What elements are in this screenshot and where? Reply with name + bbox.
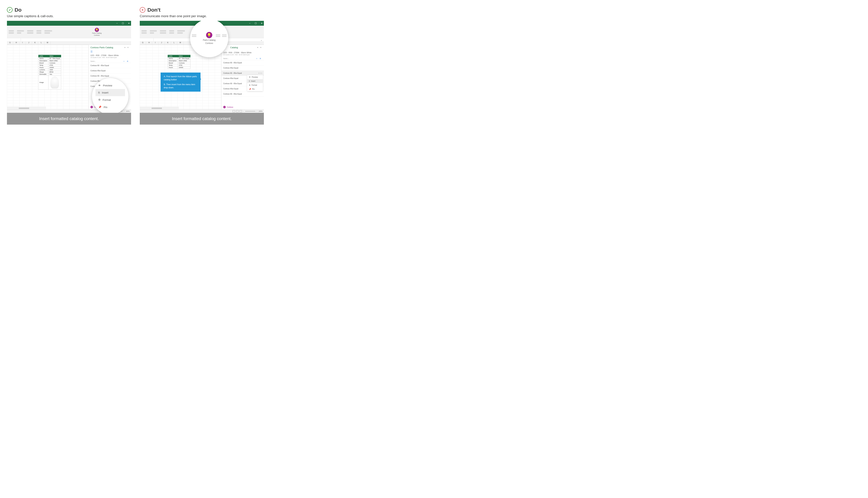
bulb-icon: 💡: [95, 28, 99, 32]
menu-insert[interactable]: ⎘Insert: [247, 79, 263, 83]
maximize-icon[interactable]: ☐: [121, 22, 125, 25]
list-item[interactable]: Contoso 85w Equal: [221, 65, 264, 70]
list-item[interactable]: Contoso 60 - 65w Equal: [221, 60, 264, 65]
eye-icon: 👁: [98, 84, 101, 87]
column-headers: G H I J K L M: [7, 42, 131, 45]
x-icon: [140, 7, 145, 13]
sort-bar[interactable]: Name ↓ ≡ ⊞: [221, 57, 264, 60]
ribbon-parts-catalog-button[interactable]: 💡 Parts Catalog Contoso: [92, 28, 102, 36]
search-subtitle: 16 results in LED - R30 - 60-65 Watt Equ…: [89, 57, 131, 60]
menu-preview[interactable]: 👁Preview: [95, 82, 125, 89]
instruction-callout: A. First launch from the ribbon parts ca…: [160, 73, 200, 92]
view-icons[interactable]: ≡ ⊞: [124, 61, 129, 62]
insert-icon: ⎘: [249, 80, 250, 82]
hamburger-icon[interactable]: ☰: [89, 50, 131, 53]
dont-caption: Insert formatted catalog content.: [140, 113, 264, 124]
minimize-icon[interactable]: −: [115, 22, 119, 25]
search-title: LED - R30 - 2700K - Warm White: [221, 50, 264, 54]
dont-screenshot: − ☐ ✕ ⌄ G H I J K L: [140, 21, 264, 113]
do-screenshot: − ☐ ✕ 💡 Parts Catalog Contoso: [7, 21, 131, 113]
menu-pin[interactable]: 📌Pin: [95, 103, 125, 111]
pane-footer[interactable]: C Contoso: [221, 105, 264, 109]
do-caption: Insert formatted catalog content.: [7, 113, 131, 124]
do-column: Do Use simple captions & call-outs. − ☐ …: [7, 7, 131, 124]
formula-bar[interactable]: [7, 38, 131, 42]
do-subtitle: Use simple captions & call-outs.: [7, 14, 131, 18]
window-titlebar: − ☐ ✕: [7, 21, 131, 26]
view-layout-icon[interactable]: [236, 110, 238, 112]
close-icon[interactable]: ✕: [127, 22, 130, 25]
list-item[interactable]: Contoso 60 - 65w Equal: [89, 74, 131, 79]
magnifier-callout: 👁Preview ⎘Insert ⚙Format 📌Pin: [92, 78, 128, 113]
zoom-level[interactable]: 100%: [126, 110, 130, 112]
pane-title: Contoso Parts Catalog: [90, 46, 113, 49]
magnifier-ribbon: 💡 Parts Catalog Contoso: [190, 21, 228, 57]
context-menu: 👁Preview ⎘Insert ⚙Format 📌Pin: [247, 75, 263, 91]
horizontal-scrollbar[interactable]: [140, 107, 179, 109]
pin-icon: 📌: [98, 105, 102, 109]
check-icon: [7, 7, 13, 13]
avatar: C: [223, 106, 226, 108]
dont-card: − ☐ ✕ ⌄ G H I J K L: [140, 21, 264, 124]
ribbon: 💡 Parts Catalog Contoso: [7, 26, 131, 38]
dont-subtitle: Communicate more than one point per imag…: [140, 14, 264, 18]
callout-step-b: B. Then insert from the menu item drop d…: [164, 83, 197, 89]
view-break-icon[interactable]: [239, 110, 242, 112]
menu-insert[interactable]: ⎘Insert: [95, 89, 125, 96]
avatar: C: [90, 106, 93, 108]
menu-preview[interactable]: 👁Preview: [247, 75, 263, 79]
search-title: LED - R30 - 2700K - Warm White: [89, 53, 131, 57]
data-table: LableValue Name60 - 65w Equal Descriptio…: [168, 55, 191, 69]
minimize-icon[interactable]: −: [248, 22, 251, 25]
data-table: LableValue Name60 - 65w Equal Descriptio…: [38, 55, 61, 90]
eye-icon: 👁: [249, 76, 251, 78]
do-title: Do: [15, 7, 22, 13]
menu-format[interactable]: ⚙Format: [95, 96, 125, 103]
worksheet[interactable]: LableValue Name60 - 65w Equal Descriptio…: [7, 45, 89, 109]
maximize-icon[interactable]: ☐: [254, 22, 257, 25]
sliders-icon: ⚙: [98, 98, 101, 101]
sliders-icon: ⚙: [249, 84, 250, 86]
dont-column: Don't Communicate more than one point pe…: [140, 7, 264, 124]
pane-controls[interactable]: ▾ ✕: [257, 47, 262, 49]
bulb-icon: 💡: [206, 32, 212, 38]
more-icon[interactable]: • • •: [259, 72, 262, 74]
callout-step-a: A. First launch from the ribbon parts ca…: [164, 75, 197, 81]
list-item[interactable]: Contoso 60 - 65w Equal: [89, 63, 131, 68]
context-menu: 👁Preview ⎘Insert ⚙Format 📌Pin: [92, 78, 128, 113]
search-subtitle: 16 results in LED - R30 - 60-65 Watt Equ…: [221, 54, 264, 57]
horizontal-scrollbar[interactable]: [7, 107, 46, 109]
status-bar: − + 100%: [140, 109, 264, 113]
view-icons[interactable]: ≡ ⊞: [256, 57, 262, 60]
zoom-level[interactable]: 100%: [259, 110, 262, 112]
pin-icon: 📌: [249, 88, 251, 90]
close-icon[interactable]: ✕: [260, 22, 263, 25]
results-list: Contoso 60 - 65w Equal Contoso 85w Equal…: [221, 60, 264, 105]
bulb-image: [50, 76, 59, 89]
zoom-slider[interactable]: [245, 111, 256, 112]
list-item[interactable]: Contoso 85w Equal: [89, 68, 131, 74]
list-item[interactable]: Contoso 60 - 65w Equal: [221, 91, 264, 97]
insert-icon: ⎘: [98, 91, 100, 94]
task-pane: Catalog ▾ ✕ LED - R30 - 2700K - Warm Whi…: [221, 45, 264, 109]
menu-format[interactable]: ⚙Format: [247, 83, 263, 87]
sort-bar[interactable]: Name ↓ ≡ ⊞: [89, 60, 131, 63]
menu-pin[interactable]: 📌Pin: [247, 87, 263, 91]
dont-title: Don't: [147, 7, 160, 13]
pane-controls[interactable]: ▾ ✕: [125, 47, 129, 49]
view-normal-icon[interactable]: [233, 110, 235, 112]
do-card: − ☐ ✕ 💡 Parts Catalog Contoso: [7, 21, 131, 124]
